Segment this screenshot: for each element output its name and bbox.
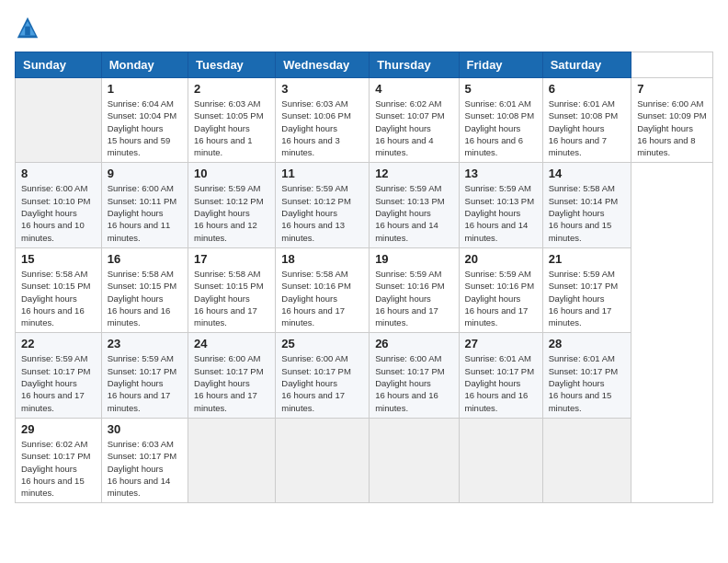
- calendar-week-row: 29 Sunrise: 6:02 AM Sunset: 10:17 PM Day…: [16, 418, 713, 502]
- calendar-cell: 6 Sunrise: 6:01 AM Sunset: 10:08 PM Dayl…: [542, 78, 631, 163]
- day-number: 24: [194, 337, 269, 350]
- calendar-cell: 20 Sunrise: 5:59 AM Sunset: 10:16 PM Day…: [459, 247, 542, 332]
- day-number: 3: [281, 82, 363, 96]
- calendar-cell: 12 Sunrise: 5:59 AM Sunset: 10:13 PM Day…: [370, 163, 459, 247]
- day-number: 16: [108, 252, 182, 266]
- day-number: 14: [549, 167, 626, 180]
- day-detail: Sunrise: 5:59 AM Sunset: 10:12 PM Daylig…: [281, 182, 363, 243]
- calendar-cell: 21 Sunrise: 5:59 AM Sunset: 10:17 PM Day…: [542, 247, 631, 332]
- svg-rect-2: [25, 27, 30, 36]
- day-number: 30: [108, 422, 182, 436]
- calendar-cell: 2 Sunrise: 6:03 AM Sunset: 10:05 PM Dayl…: [188, 78, 276, 163]
- day-detail: Sunrise: 6:01 AM Sunset: 10:17 PM Daylig…: [549, 352, 626, 413]
- day-detail: Sunrise: 6:01 AM Sunset: 10:17 PM Daylig…: [465, 352, 537, 413]
- day-number: 25: [281, 337, 363, 350]
- day-detail: Sunrise: 5:58 AM Sunset: 10:15 PM Daylig…: [21, 268, 96, 328]
- calendar-header-saturday: Saturday: [542, 52, 631, 78]
- day-number: 18: [281, 252, 363, 266]
- calendar-cell: 10 Sunrise: 5:59 AM Sunset: 10:12 PM Day…: [188, 163, 276, 247]
- calendar-cell: 17 Sunrise: 5:58 AM Sunset: 10:15 PM Day…: [188, 247, 276, 332]
- day-number: 29: [21, 422, 96, 436]
- day-detail: Sunrise: 5:59 AM Sunset: 10:13 PM Daylig…: [375, 182, 452, 243]
- day-detail: Sunrise: 6:01 AM Sunset: 10:08 PM Daylig…: [465, 98, 537, 158]
- logo-icon: [15, 15, 40, 40]
- day-number: 6: [549, 82, 626, 96]
- day-detail: Sunrise: 6:00 AM Sunset: 10:17 PM Daylig…: [375, 352, 452, 413]
- day-detail: Sunrise: 6:00 AM Sunset: 10:11 PM Daylig…: [108, 182, 182, 243]
- day-detail: Sunrise: 6:00 AM Sunset: 10:17 PM Daylig…: [281, 352, 363, 413]
- day-detail: Sunrise: 5:58 AM Sunset: 10:14 PM Daylig…: [549, 182, 626, 243]
- calendar-cell: 13 Sunrise: 5:59 AM Sunset: 10:13 PM Day…: [459, 163, 542, 247]
- day-number: 10: [194, 167, 269, 180]
- day-number: 5: [465, 82, 537, 96]
- calendar-cell: 18 Sunrise: 5:58 AM Sunset: 10:16 PM Day…: [276, 247, 370, 332]
- day-detail: Sunrise: 5:59 AM Sunset: 10:17 PM Daylig…: [108, 352, 182, 413]
- day-detail: Sunrise: 5:58 AM Sunset: 10:15 PM Daylig…: [194, 268, 269, 328]
- calendar-cell: [188, 418, 276, 502]
- calendar-week-row: 8 Sunrise: 6:00 AM Sunset: 10:10 PM Dayl…: [16, 163, 713, 247]
- day-number: 2: [194, 82, 269, 96]
- day-detail: Sunrise: 6:00 AM Sunset: 10:09 PM Daylig…: [637, 98, 707, 158]
- day-detail: Sunrise: 5:59 AM Sunset: 10:12 PM Daylig…: [194, 182, 269, 243]
- calendar-cell: 28 Sunrise: 6:01 AM Sunset: 10:17 PM Day…: [542, 333, 631, 418]
- calendar-cell: [276, 418, 370, 502]
- calendar-cell: 16 Sunrise: 5:58 AM Sunset: 10:15 PM Day…: [101, 247, 188, 332]
- day-detail: Sunrise: 6:03 AM Sunset: 10:06 PM Daylig…: [281, 98, 363, 158]
- calendar-cell: 22 Sunrise: 5:59 AM Sunset: 10:17 PM Day…: [16, 333, 102, 418]
- day-detail: Sunrise: 5:59 AM Sunset: 10:17 PM Daylig…: [549, 268, 626, 328]
- day-number: 1: [108, 82, 182, 96]
- day-detail: Sunrise: 5:58 AM Sunset: 10:16 PM Daylig…: [281, 268, 363, 328]
- day-detail: Sunrise: 5:59 AM Sunset: 10:16 PM Daylig…: [375, 268, 452, 328]
- calendar-cell: [542, 418, 631, 502]
- day-detail: Sunrise: 6:03 AM Sunset: 10:05 PM Daylig…: [194, 98, 269, 158]
- calendar-cell: 24 Sunrise: 6:00 AM Sunset: 10:17 PM Day…: [188, 333, 276, 418]
- day-detail: Sunrise: 5:59 AM Sunset: 10:13 PM Daylig…: [465, 182, 537, 243]
- calendar-cell: 5 Sunrise: 6:01 AM Sunset: 10:08 PM Dayl…: [459, 78, 542, 163]
- calendar-cell: 19 Sunrise: 5:59 AM Sunset: 10:16 PM Day…: [370, 247, 459, 332]
- calendar-header-sunday: Sunday: [16, 52, 102, 78]
- calendar-cell: 9 Sunrise: 6:00 AM Sunset: 10:11 PM Dayl…: [101, 163, 188, 247]
- day-number: 15: [21, 252, 96, 266]
- calendar-week-row: 1 Sunrise: 6:04 AM Sunset: 10:04 PM Dayl…: [16, 78, 713, 163]
- calendar-cell: 27 Sunrise: 6:01 AM Sunset: 10:17 PM Day…: [459, 333, 542, 418]
- day-detail: Sunrise: 5:59 AM Sunset: 10:17 PM Daylig…: [21, 352, 96, 413]
- day-number: 28: [549, 337, 626, 350]
- page-header: [15, 15, 713, 40]
- day-detail: Sunrise: 6:04 AM Sunset: 10:04 PM Daylig…: [108, 98, 182, 158]
- day-number: 19: [375, 252, 452, 266]
- calendar-header-tuesday: Tuesday: [188, 52, 276, 78]
- day-number: 8: [21, 167, 96, 180]
- day-number: 9: [108, 167, 182, 180]
- day-number: 13: [465, 167, 537, 180]
- calendar-header-wednesday: Wednesday: [276, 52, 370, 78]
- calendar-cell: 4 Sunrise: 6:02 AM Sunset: 10:07 PM Dayl…: [370, 78, 459, 163]
- calendar-cell: 14 Sunrise: 5:58 AM Sunset: 10:14 PM Day…: [542, 163, 631, 247]
- calendar-week-row: 15 Sunrise: 5:58 AM Sunset: 10:15 PM Day…: [16, 247, 713, 332]
- calendar-header-row: SundayMondayTuesdayWednesdayThursdayFrid…: [16, 52, 713, 78]
- day-detail: Sunrise: 5:59 AM Sunset: 10:16 PM Daylig…: [465, 268, 537, 328]
- day-number: 20: [465, 252, 537, 266]
- day-number: 23: [108, 337, 182, 350]
- calendar-table: SundayMondayTuesdayWednesdayThursdayFrid…: [15, 52, 713, 503]
- calendar-cell: [459, 418, 542, 502]
- calendar-header-friday: Friday: [459, 52, 542, 78]
- calendar-cell: 8 Sunrise: 6:00 AM Sunset: 10:10 PM Dayl…: [16, 163, 102, 247]
- calendar-cell: 23 Sunrise: 5:59 AM Sunset: 10:17 PM Day…: [101, 333, 188, 418]
- day-detail: Sunrise: 6:00 AM Sunset: 10:17 PM Daylig…: [194, 352, 269, 413]
- day-detail: Sunrise: 6:02 AM Sunset: 10:17 PM Daylig…: [21, 438, 96, 499]
- calendar-header-thursday: Thursday: [370, 52, 459, 78]
- calendar-cell: 15 Sunrise: 5:58 AM Sunset: 10:15 PM Day…: [16, 247, 102, 332]
- calendar-header-monday: Monday: [101, 52, 188, 78]
- calendar-cell: 25 Sunrise: 6:00 AM Sunset: 10:17 PM Day…: [276, 333, 370, 418]
- logo: [15, 15, 46, 40]
- day-number: 7: [637, 82, 707, 96]
- day-number: 21: [549, 252, 626, 266]
- day-number: 26: [375, 337, 452, 350]
- day-number: 12: [375, 167, 452, 180]
- day-detail: Sunrise: 5:58 AM Sunset: 10:15 PM Daylig…: [108, 268, 182, 328]
- calendar-cell: 1 Sunrise: 6:04 AM Sunset: 10:04 PM Dayl…: [101, 78, 188, 163]
- calendar-cell: 29 Sunrise: 6:02 AM Sunset: 10:17 PM Day…: [16, 418, 102, 502]
- calendar-cell: 30 Sunrise: 6:03 AM Sunset: 10:17 PM Day…: [101, 418, 188, 502]
- calendar-cell: 7 Sunrise: 6:00 AM Sunset: 10:09 PM Dayl…: [631, 78, 713, 163]
- day-detail: Sunrise: 6:00 AM Sunset: 10:10 PM Daylig…: [21, 182, 96, 243]
